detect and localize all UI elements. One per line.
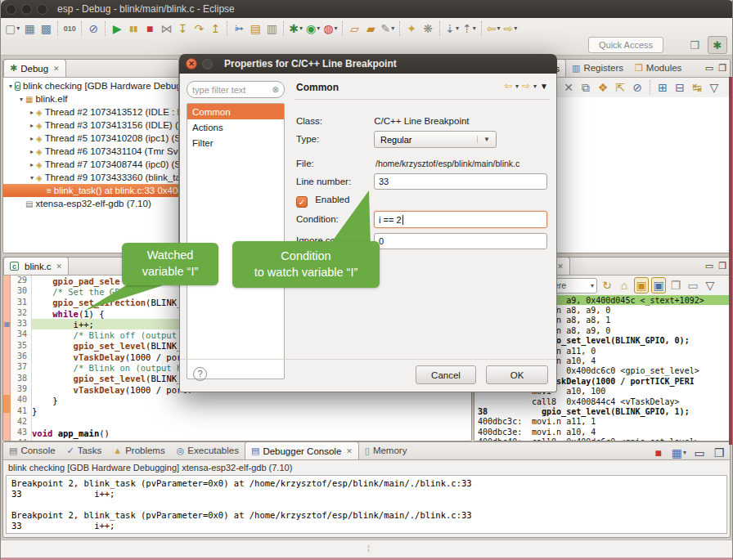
tree-expand-icon[interactable]: ▸ [28,135,36,142]
line-number[interactable]: 43 [11,428,32,438]
line-number[interactable]: 31 [11,298,32,308]
ok-button[interactable]: OK [486,365,548,384]
code-line[interactable]: 41} [11,406,471,417]
terminate-console-icon[interactable]: ■ [651,445,666,461]
goto-annotation-icon[interactable]: ⇡▾ [461,20,477,37]
chevron-down-icon[interactable]: ▾ [683,450,686,456]
step-over-icon[interactable]: ↷ [191,20,206,37]
pin-console-icon[interactable]: ▥ [264,20,279,37]
suspend-icon[interactable]: ▮▮ [126,20,141,37]
cancel-button[interactable]: Cancel [416,365,476,384]
tab-memory[interactable]: ▯Memory [359,441,413,459]
open-new-view-icon[interactable]: ❐ [668,277,683,293]
debug-tree-row[interactable]: ▸◈Thread #5 1073410208 (ipc1) (Susp [3,132,178,145]
show-source-toggle-icon[interactable]: ▣ [634,277,649,293]
annotate-icon[interactable]: ✎▾ [380,20,395,37]
close-icon[interactable]: ✕ [56,262,63,271]
debug-tree-row[interactable]: ▾◈Thread #9 1073433360 (blink_task [3,171,178,184]
close-icon[interactable]: ✕ [53,65,60,73]
back-icon[interactable]: ⇦▾ [486,20,501,37]
ignore-count-input[interactable]: 0 [374,233,547,249]
debug-icon[interactable]: ✱▾ [288,20,304,37]
minimize-icon[interactable]: ▭ [705,63,713,74]
debug-tree-row[interactable]: ▸◈Thread #2 1073413512 (IDLE : Runn [3,105,178,119]
skip-breakpoints-icon[interactable]: ⊘ [630,79,645,96]
chevron-down-icon[interactable]: ▾ [514,25,517,32]
breakpoint-marker-icon[interactable]: ▦ [3,320,11,329]
save-icon[interactable]: ▦ [22,20,37,37]
code-line[interactable]: 43void app_main() [11,428,471,438]
debug-tree-row[interactable]: ≡blink_task() at blink.c:33 0x400db [3,184,178,197]
back-icon[interactable]: ⇦ [504,80,512,92]
chevron-down-icon[interactable]: ▾ [456,25,459,32]
disassembly-line[interactable]: call8 0x400844c4 <vTaskDelay> [474,396,730,406]
debug-tree-row[interactable]: ▾cblink checking [GDB Hardware Debug [3,79,178,92]
highlight-icon[interactable]: ✦ [404,20,419,37]
tab-modules[interactable]: ❒Modules [629,59,687,77]
step-into-icon[interactable]: ↧ [175,20,190,37]
display-selected-console-icon[interactable]: ▦▾ [671,445,687,461]
debug-tree-row[interactable]: ▸◈Thread #7 1073408744 (ipc0) (Susp [3,158,178,171]
close-icon[interactable]: ✕ [346,447,353,455]
run-icon[interactable]: ◉▾ [305,20,321,37]
tree-expand-icon[interactable]: ▾ [28,174,36,181]
filter-input[interactable]: type filter text ⊗ [187,81,285,98]
tab-debugger-console[interactable]: ▤Debugger Console✕ [245,441,359,459]
show-breakpoint-types-icon[interactable]: ❖ [596,79,610,96]
tree-expand-icon[interactable]: ▸ [28,109,36,116]
line-number[interactable]: 34 [11,329,32,340]
type-dropdown[interactable]: Regular ▼ [374,131,497,148]
open-resource-icon[interactable]: ▰ [363,20,378,37]
close-icon[interactable]: ✕ [557,262,564,271]
forward-icon[interactable]: ⇨▾ [502,20,518,37]
chevron-down-icon[interactable]: ▾ [591,282,594,289]
window-minimize-button[interactable] [21,4,32,15]
disassembly-line[interactable]: 38 gpio_set_level(BLINK_GPIO, 1); [474,406,730,416]
chevron-down-icon[interactable]: ▾ [317,25,320,32]
statusbar-handle[interactable]: ⁞ [367,544,371,553]
home-icon[interactable]: ⌂ [617,277,632,293]
maximize-icon[interactable]: ❒ [718,261,726,271]
disassembly-line[interactable]: 400dbc3c:movi.n a11, 1 [474,417,730,427]
chevron-down-icon[interactable]: ▾ [16,25,20,32]
step-return-icon[interactable]: ↥ [208,20,223,37]
quick-access-box[interactable]: Quick Access [588,37,663,53]
disconnect-icon[interactable]: ⋈ [159,20,173,37]
new-wizard-icon[interactable]: ▢▾ [4,20,20,37]
chevron-down-icon[interactable]: ▾ [391,25,394,32]
dialog-nav-filter[interactable]: Filter [187,135,284,150]
condition-input[interactable]: i == 2 [374,211,547,228]
disassembly-line[interactable]: 400dbc3e:movi.n a10, 4 [474,427,730,437]
follow-execution-toggle-icon[interactable]: ▣ [651,277,666,293]
line-number[interactable]: 32 [11,308,32,319]
dialog-close-button[interactable]: ✕ [186,58,197,69]
line-number[interactable]: 40 [11,395,32,405]
pin-view-icon[interactable]: ▭ [686,277,700,293]
tab-executables[interactable]: ◎Executables [171,441,245,459]
external-tools-icon[interactable]: ◍▾ [322,20,338,37]
chevron-down-icon[interactable]: ▾ [497,25,500,32]
code-line[interactable]: 40 } [11,395,471,405]
debug-tree-row[interactable]: ▾▦blink.elf [3,92,178,105]
maximize-icon[interactable]: ❒ [718,63,726,74]
debug-tree-row[interactable]: ▸◈Thread #6 1073431104 (Tmr Svc) (Su [3,145,178,158]
view-menu-icon[interactable]: ▼ [540,82,548,91]
chevron-down-icon[interactable]: ▾ [515,83,519,90]
console-output[interactable]: Breakpoint 2, blink_task (pvParameter=0x… [6,475,727,534]
maximize-icon[interactable]: ❒ [712,445,726,461]
open-element-icon[interactable]: ▱ [347,20,362,37]
debug-tree-row[interactable]: ▸◈Thread #3 1073413156 (IDLE) (Susp [3,119,178,132]
line-number[interactable]: 36 [11,352,32,362]
resume-icon[interactable]: ▶ [110,20,124,37]
dialog-nav-actions[interactable]: Actions [187,119,284,135]
line-number[interactable]: 42 [11,417,32,428]
expand-all-icon[interactable]: ⊞ [655,79,670,96]
tab-problems[interactable]: ▲Problems [107,441,170,459]
forward-icon[interactable]: ⇨ [522,80,530,92]
line-number[interactable]: 39 [11,384,32,395]
tree-expand-icon[interactable]: ▸ [28,148,36,155]
chevron-down-icon[interactable]: ▾ [299,25,303,32]
gear-icon[interactable]: ❋ [420,20,435,37]
code-line[interactable]: 42 [11,417,471,428]
dialog-nav-common[interactable]: Common [187,104,284,119]
